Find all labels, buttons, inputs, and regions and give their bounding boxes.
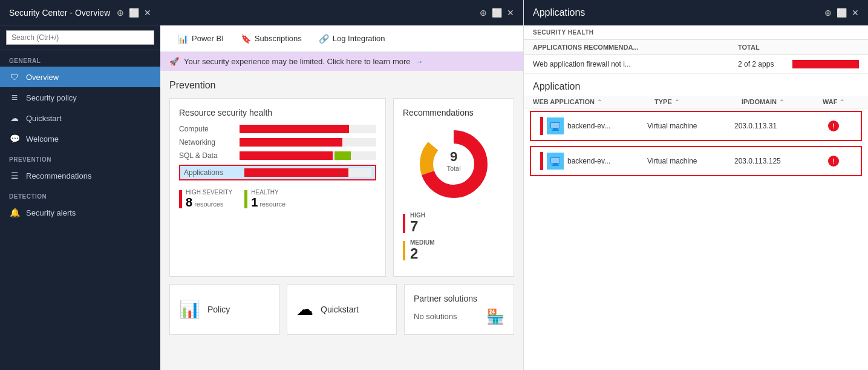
policy-card[interactable]: 📊 Policy	[169, 284, 279, 335]
right-panel: Applications ⊕ ⬜ ✕ SECURITY HEALTH APPLI…	[523, 0, 868, 370]
alert-icon: 🔔	[9, 207, 20, 218]
app-row-2-icon	[547, 153, 564, 170]
svg-rect-12	[551, 158, 560, 163]
rec-col-header: APPLICATIONS RECOMMENDA...	[533, 44, 738, 51]
donut-chart-wrapper: 9 Total	[403, 125, 504, 203]
svg-rect-8	[551, 123, 560, 128]
rec-label: Web application firewall not i...	[533, 60, 732, 68]
sidebar-item-quickstart[interactable]: ☁ Quickstart	[0, 108, 160, 128]
high-stat-value: 7	[410, 219, 425, 234]
middle-maximize-icon[interactable]: ⬜	[492, 8, 502, 18]
search-bar	[0, 25, 160, 50]
left-panel-title: Security Center - Overview	[9, 8, 110, 18]
partner-store-icon: 🏪	[486, 308, 504, 325]
quickstart-icon: ☁	[9, 113, 20, 124]
sidebar-item-security-alerts[interactable]: 🔔 Security alerts	[0, 202, 160, 223]
healthy-count: 1	[251, 196, 258, 210]
applications-bar-red	[244, 168, 348, 177]
recommendations-icon: ☰	[9, 170, 20, 181]
stats-section: HIGH 7 MEDIUM 2	[403, 212, 504, 262]
partner-no-solutions: No solutions	[414, 312, 457, 321]
partner-content: No solutions 🏪	[414, 308, 504, 325]
sql-label: SQL & Data	[179, 151, 233, 160]
sidebar-item-recommendations-label: Recommendations	[26, 171, 91, 180]
pin-icon[interactable]: ⊕	[117, 8, 124, 18]
ip-col-header: IP/DOMAIN ⌃	[742, 98, 820, 105]
waf-col-header: WAF ⌃	[823, 98, 859, 105]
bottom-cards-row: 📊 Policy ☁ Quickstart Partner solutions …	[169, 284, 514, 335]
ip-col-label: IP/DOMAIN	[742, 98, 777, 105]
applications-row-highlighted[interactable]: Applications	[179, 165, 376, 180]
compute-label: Compute	[179, 125, 233, 133]
web-app-sort-icon[interactable]: ⌃	[597, 99, 602, 105]
waf-sort-icon[interactable]: ⌃	[840, 99, 844, 105]
main-content: Prevention Resource security health Comp…	[160, 71, 523, 370]
high-severity-sub: resources	[194, 200, 223, 208]
applications-bar-container	[244, 168, 371, 177]
networking-bar-red	[240, 138, 342, 147]
sidebar-item-security-alerts-label: Security alerts	[26, 208, 76, 217]
severity-row: HIGH SEVERITY 8 resources HEALTHY	[179, 189, 376, 210]
type-sort-icon[interactable]: ⌃	[674, 99, 679, 105]
app-row-2-red-stripe	[540, 152, 543, 170]
search-input[interactable]	[6, 30, 154, 45]
log-integration-button[interactable]: 🔗 Log Integration	[310, 25, 394, 52]
medium-stat-row: MEDIUM 2	[403, 239, 504, 262]
prevention-title: Prevention	[169, 80, 514, 91]
power-bi-button[interactable]: 📊 Power BI	[169, 25, 232, 52]
middle-close-icon[interactable]: ✕	[507, 8, 514, 18]
policy-label: Policy	[207, 305, 230, 314]
quickstart-bottom-card[interactable]: ☁ Quickstart	[287, 284, 397, 335]
resource-health-title: Resource security health	[179, 108, 376, 117]
sidebar-item-quickstart-label: Quickstart	[26, 114, 62, 123]
policy-icon: 📊	[179, 299, 200, 319]
sidebar-item-overview-label: Overview	[26, 73, 59, 82]
right-maximize-icon[interactable]: ⬜	[837, 8, 847, 18]
right-title-bar: Applications ⊕ ⬜ ✕	[524, 0, 868, 25]
total-col-header: TOTAL	[738, 44, 859, 51]
ip-sort-icon[interactable]: ⌃	[779, 99, 784, 105]
svg-text:Total: Total	[446, 165, 460, 172]
log-integration-label: Log Integration	[333, 34, 385, 43]
svg-rect-7	[552, 130, 559, 131]
right-panel-title: Applications	[533, 7, 585, 18]
sidebar-item-security-policy[interactable]: ≡ Security policy	[0, 87, 160, 108]
high-severity-text: HIGH SEVERITY 8 resources	[186, 189, 232, 210]
close-icon[interactable]: ✕	[144, 8, 151, 18]
networking-bar-container	[240, 138, 376, 147]
healthy-count-row: 1 resource	[251, 196, 286, 210]
right-window-controls: ⊕ ⬜ ✕	[824, 8, 859, 18]
app-row-1-red-stripe	[540, 117, 543, 135]
app-table-row-1[interactable]: backend-ev... Virtual machine 203.0.113.…	[530, 111, 862, 141]
app-row-1-app: backend-ev...	[540, 117, 645, 135]
sidebar-item-welcome[interactable]: 💬 Welcome	[0, 128, 160, 149]
sidebar-item-overview[interactable]: 🛡 Overview	[0, 67, 160, 87]
promo-bar[interactable]: 🚀 Your security experience may be limite…	[160, 52, 523, 71]
right-pin-icon[interactable]: ⊕	[824, 8, 832, 18]
high-severity-label: HIGH SEVERITY	[186, 189, 232, 196]
power-bi-label: Power BI	[192, 34, 224, 43]
middle-pin-icon[interactable]: ⊕	[480, 8, 487, 18]
healthy-sub: resource	[259, 200, 286, 208]
donut-chart: 9 Total	[414, 125, 493, 203]
app-row-1-icon	[547, 117, 564, 134]
app-table-row-2[interactable]: backend-ev... Virtual machine 203.0.113.…	[530, 146, 862, 176]
left-sidebar: Security Center - Overview ⊕ ⬜ ✕ GENERAL…	[0, 0, 160, 370]
networking-label: Networking	[179, 138, 233, 147]
type-col-header: TYPE ⌃	[654, 98, 739, 105]
subscriptions-button[interactable]: 🔖 Subscriptions	[232, 25, 310, 52]
policy-icon: ≡	[9, 92, 20, 103]
waf-col-label: WAF	[823, 98, 837, 105]
sql-row: SQL & Data	[179, 151, 376, 160]
maximize-icon[interactable]: ⬜	[129, 8, 139, 18]
app-row-2-waf: !	[815, 156, 852, 167]
high-severity-count: 8	[186, 196, 192, 210]
medium-stat-bar	[403, 241, 405, 260]
sidebar-item-security-policy-label: Security policy	[26, 93, 77, 102]
app-row-1-type: Virtual machine	[647, 122, 732, 130]
medium-stat-text: MEDIUM 2	[410, 239, 435, 262]
app-table-header: WEB APPLICATION ⌃ TYPE ⌃ IP/DOMAIN ⌃ WAF…	[524, 96, 868, 108]
right-close-icon[interactable]: ✕	[852, 8, 859, 18]
high-stat-row: HIGH 7	[403, 212, 504, 234]
sidebar-item-recommendations[interactable]: ☰ Recommendations	[0, 165, 160, 186]
